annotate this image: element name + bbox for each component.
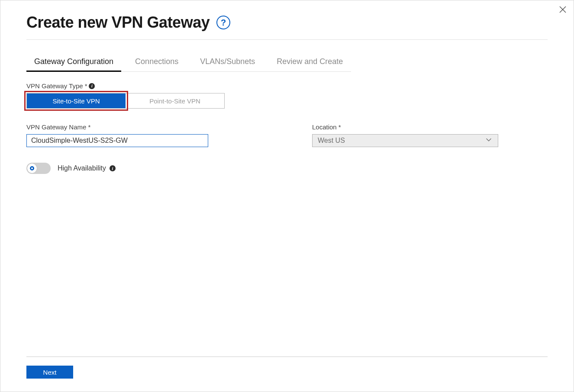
- title-row: Create new VPN Gateway ?: [26, 13, 548, 40]
- location-value: West US: [318, 137, 345, 145]
- gateway-type-highlight: Site-to-Site VPN Point-to-Site VPN: [26, 93, 225, 109]
- required-marker: *: [88, 123, 90, 131]
- tab-gateway-configuration[interactable]: Gateway Configuration: [34, 53, 113, 71]
- toggle-knob: [27, 164, 37, 173]
- tab-vlans-subnets[interactable]: VLANs/Subnets: [200, 53, 255, 71]
- gateway-type-label: VPN Gateway Type * i: [26, 82, 548, 90]
- gateway-name-label-text: VPN Gateway Name: [26, 123, 86, 131]
- info-icon[interactable]: i: [110, 165, 116, 171]
- help-icon[interactable]: ?: [216, 16, 230, 29]
- footer-divider: [26, 357, 548, 357]
- info-icon[interactable]: i: [89, 83, 95, 89]
- high-availability-toggle[interactable]: [26, 163, 51, 174]
- high-availability-label: High Availability i: [58, 164, 116, 172]
- gateway-name-label: VPN Gateway Name *: [26, 123, 208, 131]
- location-label: Location *: [312, 123, 494, 131]
- required-marker: *: [85, 82, 87, 90]
- footer: Next: [26, 357, 548, 379]
- dialog-panel: Create new VPN Gateway ? Gateway Configu…: [0, 0, 574, 392]
- gateway-type-segmented: Site-to-Site VPN Point-to-Site VPN: [26, 93, 225, 109]
- gateway-name-input[interactable]: [26, 134, 208, 147]
- next-button[interactable]: Next: [26, 366, 73, 379]
- required-marker: *: [339, 123, 341, 131]
- location-select[interactable]: West US: [312, 134, 498, 147]
- toggle-knob-ring-icon: [30, 166, 34, 170]
- option-site-to-site-vpn[interactable]: Site-to-Site VPN: [27, 93, 126, 108]
- tab-review-and-create[interactable]: Review and Create: [277, 53, 343, 71]
- chevron-down-icon: [485, 136, 493, 145]
- page-title: Create new VPN Gateway: [26, 13, 210, 32]
- location-label-text: Location: [312, 123, 337, 131]
- high-availability-label-text: High Availability: [58, 164, 106, 172]
- gateway-type-label-text: VPN Gateway Type: [26, 82, 83, 90]
- tab-connections[interactable]: Connections: [135, 53, 178, 71]
- option-point-to-site-vpn[interactable]: Point-to-Site VPN: [126, 93, 224, 108]
- close-icon[interactable]: [556, 3, 569, 16]
- wizard-tabs: Gateway Configuration Connections VLANs/…: [26, 53, 351, 72]
